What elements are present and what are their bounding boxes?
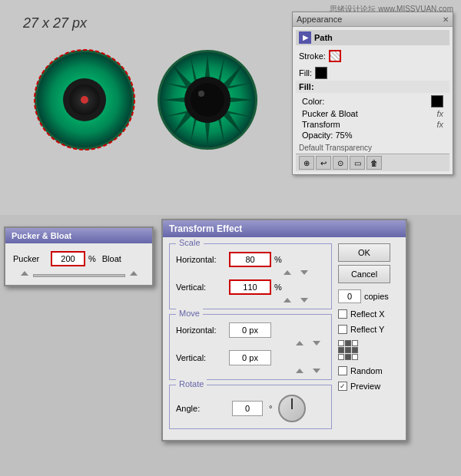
transform-title: Transform Effect bbox=[169, 223, 242, 234]
pucker-bloat-titlebar: Pucker & Bloat bbox=[5, 228, 152, 243]
angle-label: Angle: bbox=[176, 404, 226, 413]
default-transparency: Default Transparency bbox=[296, 142, 449, 154]
opacity-label: Opacity: 75% bbox=[302, 131, 352, 140]
rotate-label: Rotate bbox=[176, 379, 207, 388]
slider-right-arrow[interactable] bbox=[130, 271, 138, 276]
panel-close-button[interactable]: ✕ bbox=[443, 15, 449, 24]
pucker-value[interactable]: 200 bbox=[51, 251, 85, 266]
pucker-slider-row: Pucker 200 % Bloat bbox=[13, 251, 144, 266]
size-label: 27 x 27 px bbox=[23, 15, 87, 31]
reflect-x-label: Reflect X bbox=[350, 309, 385, 319]
eye-left bbox=[31, 46, 138, 154]
copies-row: 0 copies bbox=[338, 289, 400, 303]
preview-checkbox[interactable] bbox=[338, 382, 347, 391]
scale-v-down[interactable] bbox=[300, 298, 308, 302]
copies-label: copies bbox=[364, 292, 389, 301]
fill-section-header: Fill: bbox=[296, 81, 449, 93]
scale-h-value[interactable]: 80 bbox=[229, 252, 271, 267]
grid-cell-4 bbox=[338, 347, 344, 353]
move-section: Move Horizontal: 0 px Vertical: 0 px bbox=[169, 314, 332, 380]
ok-button[interactable]: OK bbox=[338, 243, 390, 262]
toolbar-btn-4[interactable]: ▭ bbox=[350, 156, 365, 170]
reflect-x-checkbox[interactable] bbox=[338, 309, 347, 319]
opacity-row: Opacity: 75% bbox=[302, 130, 443, 140]
move-v-label: Vertical: bbox=[176, 353, 226, 362]
pucker-bloat-body: Pucker 200 % Bloat bbox=[5, 243, 152, 285]
scale-v-up[interactable] bbox=[284, 298, 291, 302]
stroke-color-box[interactable] bbox=[329, 50, 341, 62]
move-vertical-row: Vertical: 0 px bbox=[176, 350, 325, 365]
color-detail-row: Color: bbox=[302, 94, 443, 108]
transform-row: Transform fx bbox=[302, 119, 443, 130]
transform-grid-icon[interactable] bbox=[338, 340, 400, 360]
scale-h-unit: % bbox=[274, 255, 282, 264]
grid-cell-2 bbox=[345, 340, 351, 346]
transform-left-panel: Scale Horizontal: 80 % Vertical: 110 % bbox=[169, 243, 332, 434]
path-header: ▶ Path bbox=[296, 30, 449, 45]
move-label: Move bbox=[176, 309, 203, 318]
appearance-title: Appearance bbox=[297, 15, 342, 24]
random-label: Random bbox=[350, 366, 383, 375]
toolbar-btn-3[interactable]: ⊙ bbox=[333, 156, 348, 170]
rotate-section: Rotate Angle: 0 ° bbox=[169, 385, 332, 429]
fill-color-box[interactable] bbox=[315, 67, 327, 79]
move-v-down[interactable] bbox=[313, 369, 320, 373]
eye-right-svg bbox=[154, 46, 261, 154]
eye-right bbox=[154, 46, 261, 154]
fill-label: Fill: bbox=[299, 68, 312, 78]
bottom-section: Pucker & Bloat Pucker 200 % Bloat Transf… bbox=[0, 215, 461, 476]
grid-cell-7 bbox=[338, 354, 344, 360]
eye-left-svg bbox=[31, 46, 138, 154]
fill-color-swatch[interactable] bbox=[431, 95, 443, 107]
pucker-bloat-fx: fx bbox=[436, 109, 443, 118]
preview-label: Preview bbox=[350, 382, 380, 391]
random-row: Random bbox=[338, 366, 400, 375]
angle-row: Angle: 0 ° bbox=[176, 395, 325, 422]
pucker-bloat-label: Pucker & Bloat bbox=[302, 109, 358, 118]
transform-right-panel: OK Cancel 0 copies Reflect X Reflect Y bbox=[338, 243, 400, 434]
pucker-bloat-dialog: Pucker & Bloat Pucker 200 % Bloat bbox=[4, 226, 154, 286]
toolbar-btn-5[interactable]: 🗑 bbox=[366, 156, 382, 170]
grid-cell-8 bbox=[345, 354, 351, 360]
move-h-down[interactable] bbox=[313, 341, 320, 345]
grid-cell-6 bbox=[352, 347, 358, 353]
reflect-x-row: Reflect X bbox=[338, 309, 400, 319]
grid-cell-1 bbox=[338, 340, 344, 346]
scale-v-value[interactable]: 110 bbox=[229, 279, 271, 295]
scale-h-down[interactable] bbox=[300, 270, 308, 275]
reflect-y-checkbox[interactable] bbox=[338, 325, 347, 334]
transform-body: Scale Horizontal: 80 % Vertical: 110 % bbox=[163, 237, 406, 440]
move-h-up[interactable] bbox=[296, 341, 303, 345]
reflect-y-label: Reflect Y bbox=[350, 325, 384, 334]
scale-h-up[interactable] bbox=[284, 270, 291, 275]
angle-dial[interactable] bbox=[278, 395, 306, 422]
angle-value[interactable]: 0 bbox=[232, 401, 263, 416]
transform-effect-dialog: Transform Effect Scale Horizontal: 80 % bbox=[161, 219, 407, 441]
fill-row: Fill: bbox=[296, 65, 449, 81]
toolbar-btn-1[interactable]: ⊕ bbox=[299, 156, 314, 170]
panel-toolbar: ⊕ ↩ ⊙ ▭ 🗑 bbox=[296, 154, 449, 171]
move-v-up[interactable] bbox=[296, 369, 303, 373]
scale-h-label: Horizontal: bbox=[176, 255, 226, 264]
grid-cell-3 bbox=[352, 340, 358, 346]
svg-point-25 bbox=[191, 83, 224, 117]
move-h-label: Horizontal: bbox=[176, 326, 226, 335]
transform-label: Transform bbox=[302, 120, 340, 129]
pucker-percent: % bbox=[88, 254, 96, 263]
move-h-value[interactable]: 0 px bbox=[229, 322, 271, 338]
random-checkbox[interactable] bbox=[338, 366, 347, 375]
appearance-body: ▶ Path Stroke: Fill: Fill: Color: Pu bbox=[293, 27, 453, 174]
move-v-value[interactable]: 0 px bbox=[229, 350, 271, 365]
scale-v-unit: % bbox=[274, 283, 282, 292]
toolbar-btn-2[interactable]: ↩ bbox=[316, 156, 331, 170]
cancel-button[interactable]: Cancel bbox=[338, 265, 390, 283]
preview-row: Preview bbox=[338, 382, 400, 391]
path-label: Path bbox=[314, 33, 333, 42]
reflect-y-row: Reflect Y bbox=[338, 325, 400, 334]
stroke-label: Stroke: bbox=[299, 51, 326, 61]
scale-section: Scale Horizontal: 80 % Vertical: 110 % bbox=[169, 243, 332, 309]
scale-label: Scale bbox=[176, 238, 204, 247]
pucker-slider-track[interactable] bbox=[33, 274, 125, 277]
slider-left-arrow[interactable] bbox=[21, 271, 28, 276]
copies-value[interactable]: 0 bbox=[338, 289, 361, 303]
